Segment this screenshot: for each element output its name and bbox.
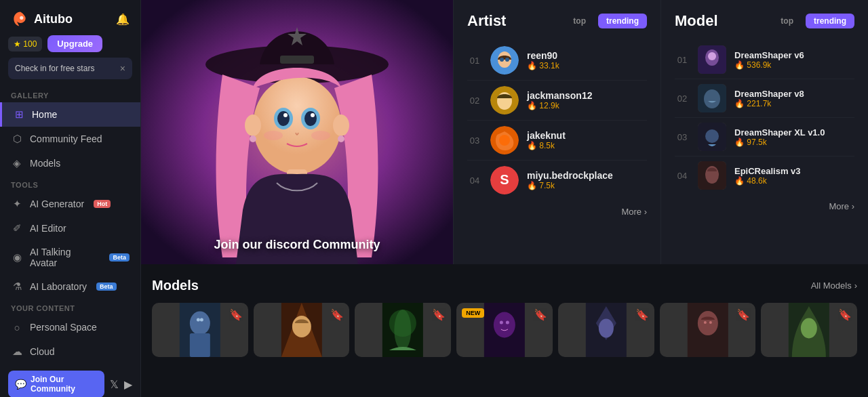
all-models-link[interactable]: All Models › bbox=[811, 280, 857, 291]
artist-tab-trending[interactable]: trending bbox=[598, 14, 647, 28]
model-thumb bbox=[698, 45, 726, 74]
model-more-link[interactable]: More › bbox=[675, 194, 854, 211]
artist-stats: 🔥 7.5k bbox=[527, 181, 647, 190]
model-card[interactable]: 🔖NEW bbox=[456, 303, 553, 357]
bookmark-icon[interactable]: 🔖 bbox=[736, 308, 750, 321]
sidebar-item-models[interactable]: ◈ Models bbox=[0, 151, 140, 175]
main-content: Join our discord Community Artist top tr… bbox=[141, 0, 868, 397]
sidebar-item-personal-space[interactable]: ○ Personal Space bbox=[0, 315, 140, 339]
artist-avatar bbox=[490, 126, 519, 154]
svg-point-31 bbox=[708, 52, 716, 60]
svg-point-17 bbox=[338, 135, 344, 142]
artist-info: miyu.bedrockplace 🔥 7.5k bbox=[527, 170, 647, 190]
model-tab-trending[interactable]: trending bbox=[806, 14, 854, 28]
model-tab-group: top trending bbox=[772, 14, 854, 28]
artist-name: reen90 bbox=[527, 50, 647, 61]
svg-point-22 bbox=[505, 58, 509, 62]
beta-badge-avatar: Beta bbox=[109, 253, 130, 262]
sidebar-header: Aitubo 🔔 bbox=[0, 0, 140, 35]
svg-point-26 bbox=[499, 135, 510, 146]
artist-stats: 🔥 33.1k bbox=[527, 61, 647, 70]
beta-badge-lab: Beta bbox=[96, 283, 117, 291]
all-models-arrow: › bbox=[854, 280, 857, 291]
svg-point-44 bbox=[292, 316, 311, 337]
artist-name: miyu.bedrockplace bbox=[527, 170, 647, 181]
model-name: DreamShaper XL v1.0 bbox=[734, 127, 854, 138]
artist-rank: 02 bbox=[467, 96, 482, 106]
sidebar-item-ai-talking-avatar-label: AI Talking Avatar bbox=[30, 247, 100, 268]
youtube-icon[interactable]: ▶ bbox=[124, 378, 132, 391]
artist-panel-header: Artist top trending bbox=[467, 12, 647, 30]
sidebar-item-home[interactable]: ⊞ Home bbox=[0, 102, 140, 127]
model-tab-top[interactable]: top bbox=[772, 14, 802, 28]
model-card[interactable]: 🔖 bbox=[254, 303, 350, 357]
stars-badge: ★ 100 bbox=[8, 37, 42, 51]
model-list: 01 DreamShaper v6 🔥 536.9k 02 DreamShape… bbox=[675, 41, 854, 194]
checkin-close-button[interactable]: × bbox=[120, 63, 125, 74]
models-section: Models All Models › 🔖🔖🔖🔖NEW🔖🔖🔖 bbox=[141, 264, 868, 368]
bookmark-icon[interactable]: 🔖 bbox=[534, 308, 547, 321]
sidebar-item-ai-talking-avatar[interactable]: ◉ AI Talking Avatar Beta bbox=[0, 241, 140, 274]
notification-icon[interactable]: 🔔 bbox=[116, 13, 130, 26]
artist-more-link[interactable]: More › bbox=[467, 200, 647, 217]
top-row: Join our discord Community Artist top tr… bbox=[141, 0, 868, 264]
models-grid: 🔖🔖🔖🔖NEW🔖🔖🔖 bbox=[152, 303, 857, 357]
svg-point-41 bbox=[197, 318, 200, 322]
svg-point-11 bbox=[264, 131, 283, 140]
model-card[interactable]: 🔖 bbox=[761, 303, 857, 357]
model-panel: Model top trending 01 DreamShaper v6 🔥 5… bbox=[660, 0, 868, 264]
svg-point-49 bbox=[494, 312, 515, 338]
model-card[interactable]: 🔖 bbox=[152, 303, 248, 357]
artist-row: 02 jackmanson12 🔥 12.9k bbox=[467, 81, 647, 121]
bookmark-icon[interactable]: 🔖 bbox=[229, 308, 243, 321]
svg-point-57 bbox=[709, 321, 711, 324]
artist-avatar: S bbox=[490, 166, 519, 194]
bookmark-icon[interactable]: 🔖 bbox=[838, 308, 852, 321]
artist-avatar bbox=[490, 86, 519, 114]
hero-character-svg bbox=[141, 0, 453, 264]
model-card[interactable]: 🔖 bbox=[660, 303, 756, 357]
svg-rect-40 bbox=[190, 333, 210, 357]
artist-rank: 01 bbox=[467, 56, 482, 66]
sidebar-item-community-feed[interactable]: ⬡ Community Feed bbox=[0, 127, 140, 151]
svg-point-12 bbox=[311, 131, 330, 140]
model-row: 04 EpiCRealism v3 🔥 48.6k bbox=[675, 156, 854, 194]
sidebar-item-cloud-label: Cloud bbox=[30, 346, 55, 357]
ai-editor-icon: ✐ bbox=[11, 222, 23, 234]
artist-tab-group: top trending bbox=[565, 14, 647, 28]
sidebar-item-ai-generator[interactable]: ✦ AI Generator Hot bbox=[0, 192, 140, 216]
model-card[interactable]: 🔖 bbox=[558, 303, 654, 357]
checkin-banner: Check in for free stars × bbox=[8, 58, 132, 79]
ai-laboratory-icon: ⚗ bbox=[11, 280, 23, 293]
sidebar-item-cloud[interactable]: ☁ Cloud bbox=[0, 339, 140, 364]
svg-point-4 bbox=[253, 77, 341, 174]
svg-point-53 bbox=[599, 319, 614, 338]
artist-tab-top[interactable]: top bbox=[565, 14, 594, 28]
artist-info: jackmanson12 🔥 12.9k bbox=[527, 90, 647, 110]
sidebar-item-ai-editor[interactable]: ✐ AI Editor bbox=[0, 216, 140, 241]
bookmark-icon[interactable]: 🔖 bbox=[635, 308, 649, 321]
svg-text:S: S bbox=[500, 172, 509, 187]
model-card[interactable]: 🔖 bbox=[355, 303, 451, 357]
svg-point-0 bbox=[20, 16, 23, 20]
cloud-icon: ☁ bbox=[11, 346, 23, 358]
sidebar-item-home-label: Home bbox=[32, 109, 57, 120]
personal-space-icon: ○ bbox=[11, 321, 23, 333]
bookmark-icon[interactable]: 🔖 bbox=[432, 308, 446, 321]
svg-point-50 bbox=[500, 321, 503, 325]
svg-point-47 bbox=[395, 310, 412, 350]
sidebar-item-ai-laboratory[interactable]: ⚗ AI Laboratory Beta bbox=[0, 274, 140, 299]
twitter-icon[interactable]: 𝕏 bbox=[110, 378, 119, 391]
model-row: 02 DreamShaper v8 🔥 221.7k bbox=[675, 79, 854, 118]
svg-point-21 bbox=[500, 58, 504, 62]
svg-point-9 bbox=[283, 113, 288, 117]
discord-button[interactable]: 💬 Join Our Community bbox=[8, 371, 104, 397]
model-info: DreamShaper v6 🔥 536.9k bbox=[734, 50, 854, 70]
upgrade-button[interactable]: Upgrade bbox=[47, 35, 102, 52]
bookmark-icon[interactable]: 🔖 bbox=[330, 308, 344, 321]
artist-name: jackmanson12 bbox=[527, 90, 647, 101]
sidebar-footer: 💬 Join Our Community 𝕏 ▶ bbox=[0, 364, 140, 397]
community-feed-icon: ⬡ bbox=[11, 133, 23, 145]
model-stats: 🔥 97.5k bbox=[734, 138, 854, 147]
home-icon: ⊞ bbox=[13, 108, 25, 121]
